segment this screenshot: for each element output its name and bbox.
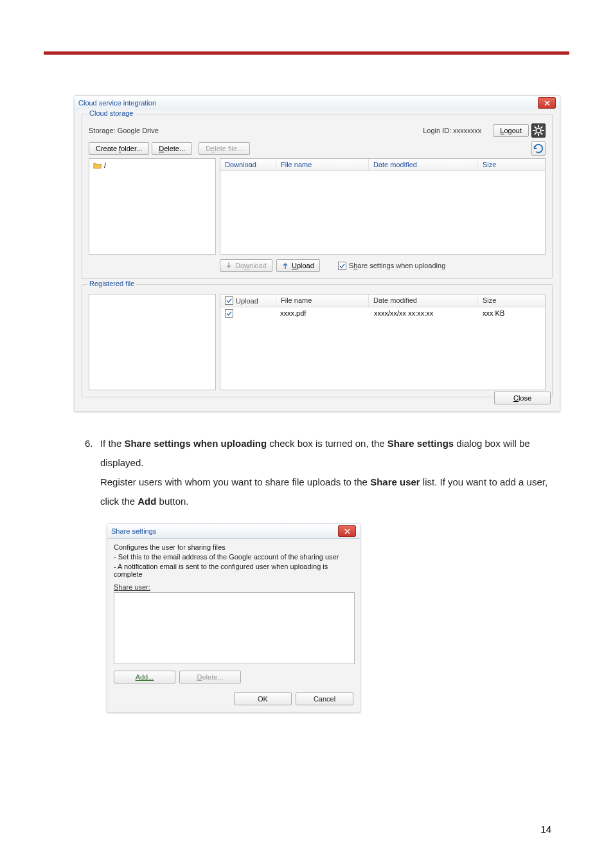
share-settings-checkbox[interactable]: Share settings when uploading (338, 262, 445, 270)
col-file-name[interactable]: File name (276, 294, 369, 307)
storage-label: Storage: Google Drive (89, 127, 423, 134)
logout-button[interactable]: Logout (493, 124, 529, 137)
registered-folder-pane[interactable] (89, 294, 216, 390)
cloud-file-list-header: Download File name Date modified Size (220, 159, 545, 171)
delete-button[interactable]: Delete... (152, 142, 192, 155)
upload-button[interactable]: Upload (276, 259, 320, 272)
arrow-up-icon (282, 262, 289, 269)
title-bar: Cloud service integration (75, 96, 560, 111)
gear-icon (532, 124, 545, 137)
share-user-list[interactable] (114, 592, 355, 664)
group-label-cloud: Cloud storage (87, 109, 136, 117)
checkmark-icon (339, 263, 345, 269)
cancel-button[interactable]: Cancel (296, 692, 353, 705)
share-heading: Configures the user for sharing files (114, 543, 353, 551)
share-delete-button[interactable]: Delete... (179, 671, 241, 683)
delete-file-button[interactable]: Delete file... (199, 142, 250, 155)
cloud-service-dialog: Cloud service integration Cloud storage … (74, 95, 560, 411)
share-line2: - A notification email is sent to the co… (114, 563, 353, 578)
close-icon (544, 100, 550, 106)
col-upload[interactable]: Upload (220, 294, 276, 307)
group-label-registered: Registered file (87, 280, 136, 287)
registered-file-list-header: Upload File name Date modified Size (220, 294, 545, 307)
close-icon (344, 529, 350, 534)
ok-button[interactable]: OK (234, 692, 292, 705)
registered-file-group: Registered file Upload File name Date mo… (82, 284, 553, 397)
cloud-storage-group: Cloud storage Storage: Google Drive Logi… (82, 114, 553, 279)
window-title: Cloud service integration (78, 99, 538, 107)
col-file-name[interactable]: File name (276, 159, 369, 170)
add-button[interactable]: Add... (114, 671, 175, 683)
share-line1: - Set this to the email address of the G… (114, 553, 353, 561)
folder-root-label: / (104, 161, 106, 169)
registered-file-list[interactable]: Upload File name Date modified Size xxxx… (220, 294, 546, 390)
step-number: 6. (85, 434, 100, 511)
arrow-down-icon (226, 262, 232, 269)
login-id-label: Login ID: xxxxxxxx (423, 127, 481, 134)
col-size[interactable]: Size (478, 294, 545, 307)
share-window-title: Share settings (111, 527, 338, 535)
header-divider (44, 51, 569, 55)
cell-date: xxxx/xx/xx xx:xx:xx (369, 307, 478, 320)
col-date-modified[interactable]: Date modified (369, 294, 478, 307)
share-title-bar: Share settings (107, 524, 360, 539)
share-close-button[interactable] (338, 525, 356, 537)
refresh-icon (532, 142, 545, 155)
settings-gear-button[interactable] (531, 123, 546, 138)
folder-tree-root[interactable]: / (93, 161, 211, 169)
share-user-label: Share user: (114, 583, 353, 591)
checkmark-icon (226, 298, 232, 303)
page-number: 14 (540, 824, 551, 835)
refresh-button[interactable] (531, 141, 546, 156)
folder-tree[interactable]: / (89, 158, 216, 255)
col-size[interactable]: Size (478, 159, 545, 170)
instruction-paragraph: 6. If the Share settings when uploading … (85, 434, 560, 511)
share-settings-dialog: Share settings Configures the user for s… (107, 523, 360, 712)
cloud-file-list[interactable]: Download File name Date modified Size (220, 158, 546, 255)
svg-point-0 (536, 128, 541, 133)
table-row[interactable]: xxxx.pdf xxxx/xx/xx xx:xx:xx xxx KB (220, 307, 545, 320)
cell-file-name: xxxx.pdf (276, 307, 369, 320)
close-button[interactable]: Close (494, 392, 551, 404)
checkmark-icon (226, 311, 232, 316)
folder-open-icon (93, 162, 102, 169)
create-folder-button[interactable]: Create folder... (89, 142, 149, 155)
download-button[interactable]: Download (220, 259, 272, 272)
col-download[interactable]: Download (220, 159, 276, 170)
col-date-modified[interactable]: Date modified (369, 159, 478, 170)
cell-size: xxx KB (478, 307, 545, 320)
window-close-button[interactable] (538, 97, 556, 109)
